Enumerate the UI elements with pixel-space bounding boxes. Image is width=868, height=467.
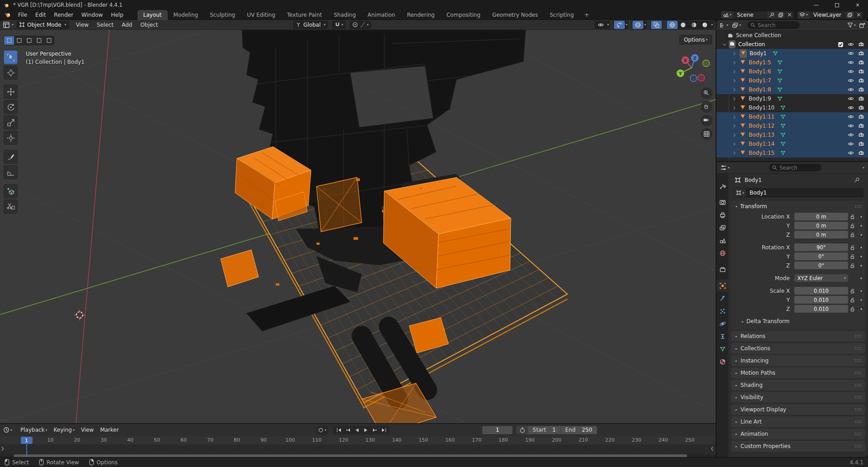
outliner-row-body1-9[interactable]: Body1:9 — [717, 94, 868, 103]
lock-toggle[interactable] — [848, 214, 858, 219]
lock-toggle[interactable] — [848, 245, 858, 250]
eye-icon[interactable] — [848, 114, 854, 120]
outliner-row-body1-7[interactable]: Body1:7 — [717, 76, 868, 85]
timeline-menu-view[interactable]: View — [78, 427, 97, 433]
select-mode-extend[interactable] — [14, 36, 24, 45]
panel-relations[interactable]: ▸Relations — [731, 331, 865, 342]
shading-wireframe-button[interactable] — [667, 21, 678, 29]
next-keyframe-button[interactable] — [370, 426, 379, 434]
transform-value-field[interactable]: 0° — [794, 253, 848, 260]
eye-icon[interactable] — [848, 77, 854, 84]
app-menu-button[interactable] — [0, 10, 14, 20]
lock-toggle[interactable] — [848, 232, 858, 238]
panel-shading[interactable]: ▸Shading — [731, 380, 865, 391]
properties-tab-physics[interactable] — [717, 318, 728, 329]
panel-line-art[interactable]: ▸Line Art — [731, 416, 865, 427]
chevron-right-icon[interactable] — [732, 142, 737, 147]
animate-property-dot[interactable] — [858, 214, 865, 219]
tool-rotate-button[interactable] — [4, 100, 18, 114]
outliner-search-input[interactable] — [758, 22, 797, 29]
tool-scale-button[interactable] — [4, 115, 18, 129]
copy-viewlayer-button[interactable] — [845, 11, 854, 19]
camera-icon[interactable] — [858, 95, 864, 102]
viewport-menu-add[interactable]: Add — [118, 20, 136, 30]
panel-collections[interactable]: ▸Collections — [731, 343, 865, 354]
end-frame-field[interactable]: End250 — [560, 426, 597, 434]
eye-icon[interactable] — [848, 105, 854, 111]
select-mode-invert[interactable] — [34, 36, 44, 45]
tab-uv-editing[interactable]: UV Editing — [241, 10, 281, 20]
viewlayer-name[interactable]: ViewLayer — [810, 12, 845, 18]
timeline-editor-type-button[interactable]: ▾ — [0, 427, 15, 433]
animate-property-dot[interactable] — [858, 224, 865, 228]
menu-render[interactable]: Render — [50, 10, 77, 20]
filter-funnel-icon[interactable] — [847, 22, 853, 28]
properties-tab-scene[interactable] — [717, 234, 728, 246]
outliner-row-body1-14[interactable]: Body1:14 — [717, 139, 868, 148]
transform-value-field[interactable]: 0° — [794, 262, 848, 269]
chevron-right-icon[interactable] — [732, 105, 737, 110]
properties-tab-data[interactable] — [717, 343, 728, 355]
jump-to-end-button[interactable] — [379, 426, 388, 434]
play-reverse-button[interactable] — [352, 426, 361, 434]
mode-dropdown[interactable]: Object Mode▾ — [16, 21, 69, 29]
scene-name[interactable]: Scene — [733, 12, 767, 18]
jump-to-start-button[interactable] — [334, 426, 343, 434]
unlink-scene-button[interactable] — [785, 11, 794, 19]
overlays-toggle[interactable] — [632, 21, 643, 29]
gizmo-neg-x-ball[interactable] — [698, 75, 705, 81]
tool-cursor-button[interactable] — [4, 66, 18, 80]
viewport-menu-object[interactable]: Object — [136, 20, 162, 30]
animate-property-dot[interactable] — [858, 298, 865, 302]
camera-icon[interactable] — [858, 123, 864, 129]
lock-toggle[interactable] — [848, 223, 858, 229]
animate-property-dot[interactable] — [858, 254, 865, 259]
chevron-right-icon[interactable] — [732, 151, 737, 156]
eye-icon[interactable] — [848, 141, 854, 147]
animate-property-dot[interactable] — [858, 263, 865, 268]
start-frame-field[interactable]: Start1 — [528, 426, 560, 434]
object-name-field[interactable]: ▾ Body1 — [734, 188, 863, 197]
lock-toggle[interactable] — [848, 263, 858, 268]
transform-panel-header[interactable]: ▾ Transform — [731, 201, 865, 212]
lock-toggle[interactable] — [848, 306, 858, 312]
maximize-button[interactable] — [826, 0, 847, 10]
lock-toggle[interactable] — [848, 254, 858, 259]
properties-search[interactable] — [769, 164, 821, 172]
properties-tab-constraints[interactable] — [717, 330, 728, 342]
shading-material-button[interactable] — [689, 21, 699, 29]
properties-tab-object[interactable] — [717, 280, 728, 291]
timeline-menu-keying[interactable]: Keying▾ — [51, 427, 78, 433]
outliner-row-body1-12[interactable]: Body1:12 — [717, 121, 868, 130]
camera-icon[interactable] — [858, 68, 864, 75]
xray-toggle[interactable] — [651, 21, 662, 29]
object-name-value[interactable]: Body1 — [746, 190, 767, 196]
current-frame-field[interactable]: 1 — [482, 426, 513, 434]
properties-tab-material[interactable] — [717, 356, 728, 367]
menu-edit[interactable]: Edit — [31, 10, 50, 20]
pan-hand-button[interactable] — [701, 101, 712, 113]
transform-value-field[interactable]: XYZ Euler▾ — [794, 274, 848, 282]
visibility-toggle[interactable] — [595, 21, 606, 29]
eye-icon[interactable] — [848, 59, 854, 66]
tab-scripting[interactable]: Scripting — [544, 10, 580, 20]
outliner-display-mode-icon[interactable] — [719, 22, 726, 29]
transform-value-field[interactable]: 0.010 — [794, 287, 848, 295]
chevron-right-icon[interactable] — [732, 96, 737, 101]
menu-file[interactable]: File — [14, 10, 31, 20]
outliner-row-body1-15[interactable]: Body1:15 — [717, 148, 868, 157]
panel-visibility[interactable]: ▸Visibility — [731, 392, 865, 403]
transform-value-field[interactable]: 0 m — [794, 231, 848, 238]
options-button[interactable]: Options▾ — [679, 35, 712, 44]
camera-icon[interactable] — [858, 150, 864, 156]
breadcrumb-object-name[interactable]: Body1 — [745, 177, 762, 183]
camera-icon[interactable] — [858, 41, 864, 48]
eye-icon[interactable] — [848, 132, 854, 138]
ruler-right-arrow[interactable]: ❮ — [710, 446, 714, 451]
minimize-button[interactable] — [806, 0, 826, 10]
checkbox-icon[interactable] — [838, 42, 844, 48]
panel-viewport-display[interactable]: ▸Viewport Display — [731, 404, 865, 415]
orientation-dropdown[interactable]: Global▾ — [293, 21, 328, 29]
chevron-right-icon[interactable] — [732, 87, 737, 92]
tab-rendering[interactable]: Rendering — [401, 10, 440, 20]
